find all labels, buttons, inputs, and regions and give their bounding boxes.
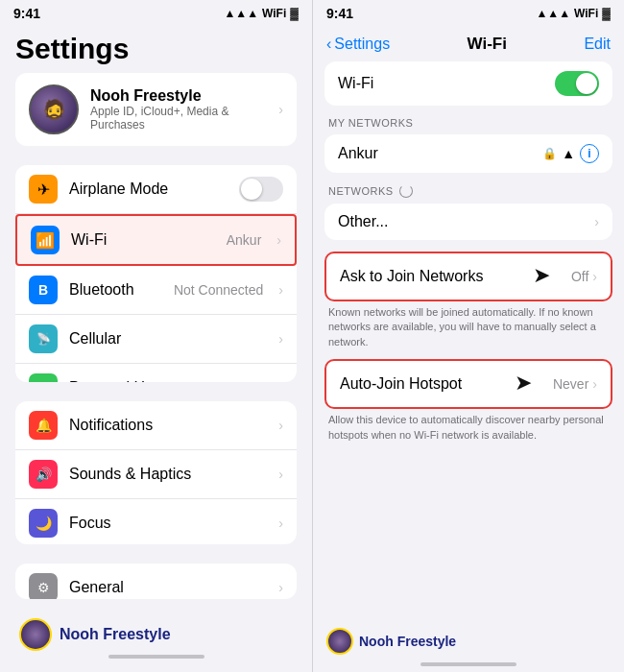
arrow-pointer2-icon: ➤ [515, 371, 549, 397]
back-button[interactable]: ‹ Settings [326, 36, 390, 53]
avatar: 🧔 [29, 84, 79, 134]
battery-icon: ▓ [290, 7, 299, 20]
edit-button[interactable]: Edit [584, 36, 611, 53]
airplane-icon: ✈ [29, 175, 58, 204]
watermark-avatar-right [326, 628, 353, 655]
bluetooth-label: Bluetooth [69, 281, 162, 299]
time-left: 9:41 [13, 6, 40, 21]
watermark-text-left: Nooh Freestyle [60, 626, 171, 643]
ask-to-join-label: Ask to Join Networks [340, 268, 533, 285]
wifi-status-icon: WiFi [262, 7, 286, 20]
wifi-main-label: Wi-Fi [338, 75, 373, 92]
status-icons-right: ▲▲▲ WiFi ▓ [536, 7, 611, 20]
sidebar-item-focus[interactable]: 🌙 Focus › [15, 499, 297, 544]
hotspot-label: Personal Hotspot [69, 379, 267, 382]
ask-to-join-row[interactable]: Ask to Join Networks ➤ Off › [324, 252, 612, 301]
network-ankur-row[interactable]: Ankur 🔒 ▲ i [324, 134, 612, 173]
airplane-toggle[interactable] [239, 177, 283, 202]
battery-icon-right: ▓ [602, 7, 611, 20]
chevron-other-icon: › [594, 214, 599, 229]
focus-icon: 🌙 [29, 509, 58, 538]
chevron-sounds-icon: › [278, 467, 283, 482]
wifi-status-icon-right: WiFi [574, 7, 598, 20]
networks-section: Other... › [324, 204, 612, 240]
chevron-auto-icon: › [592, 376, 597, 392]
chevron-focus-icon: › [278, 516, 283, 531]
watermark-text-right: Nooh Freestyle [359, 634, 456, 649]
chevron-hotspot-icon: › [278, 380, 283, 382]
sidebar-item-airplane-mode[interactable]: ✈ Airplane Mode [15, 165, 297, 214]
other-label: Other... [338, 213, 587, 230]
home-indicator-right [420, 662, 516, 666]
chevron-general-icon: › [278, 580, 283, 595]
notifications-icon: 🔔 [29, 411, 58, 440]
network-icons: 🔒 ▲ i [542, 144, 599, 163]
watermark-avatar-left [19, 618, 52, 651]
sidebar-item-notifications[interactable]: 🔔 Notifications › [15, 401, 297, 450]
networks-header: NETWORKS [313, 184, 624, 204]
signal-icon-right: ▲▲▲ [536, 7, 570, 20]
nav-title: Wi-Fi [468, 35, 507, 54]
general-icon: ⚙ [29, 573, 58, 599]
profile-row[interactable]: 🧔 Nooh Freestyle Apple ID, iCloud+, Medi… [15, 73, 297, 146]
chevron-wifi-icon: › [276, 232, 281, 248]
profile-name: Nooh Freestyle [90, 87, 267, 105]
focus-label: Focus [69, 515, 267, 532]
right-panel: 9:41 ▲▲▲ WiFi ▓ ‹ Settings Wi-Fi Edit Wi… [312, 0, 624, 672]
sounds-icon: 🔊 [29, 460, 58, 489]
chevron-cellular-icon: › [278, 331, 283, 347]
info-icon[interactable]: i [580, 144, 599, 163]
status-bar-left: 9:41 ▲▲▲ WiFi ▓ [0, 0, 312, 25]
wifi-label-left: Wi-Fi [71, 231, 215, 249]
bluetooth-value: Not Connected [174, 282, 263, 298]
auto-join-desc: Allow this device to automatically disco… [324, 413, 612, 443]
chevron-bluetooth-icon: › [278, 282, 283, 298]
ask-to-join-desc: Known networks will be joined automatica… [324, 305, 612, 349]
sidebar-item-bluetooth[interactable]: B Bluetooth Not Connected › [15, 266, 297, 315]
sidebar-item-general[interactable]: ⚙ General › [15, 564, 297, 599]
time-right: 9:41 [326, 6, 353, 21]
general-group: ⚙ General › [15, 564, 297, 599]
airplane-label: Airplane Mode [69, 180, 228, 198]
chevron-back-icon: ‹ [326, 36, 331, 53]
other-network-row[interactable]: Other... › [324, 204, 612, 240]
bluetooth-icon: B [29, 276, 58, 304]
sidebar-item-wifi[interactable]: 📶 Wi-Fi Ankur › [15, 214, 297, 266]
my-networks-section: Ankur 🔒 ▲ i [324, 134, 612, 173]
chevron-ask-icon: › [592, 269, 597, 284]
hotspot-icon: ⇡ [29, 373, 58, 382]
home-indicator-left [108, 655, 204, 659]
sidebar-item-personal-hotspot[interactable]: ⇡ Personal Hotspot › [15, 364, 297, 382]
connectivity-group: ✈ Airplane Mode 📶 Wi-Fi Ankur › B Blueto… [15, 165, 297, 382]
status-bar-right: 9:41 ▲▲▲ WiFi ▓ [313, 0, 624, 25]
general-label: General [69, 579, 267, 596]
wifi-strength-icon: ▲ [562, 146, 575, 161]
lock-icon: 🔒 [542, 147, 557, 160]
cellular-label: Cellular [69, 330, 267, 348]
nav-bar: ‹ Settings Wi-Fi Edit [313, 25, 624, 61]
profile-sub: Apple ID, iCloud+, Media & Purchases [90, 105, 267, 132]
auto-join-value: Never [553, 376, 588, 392]
watermark-right: Nooh Freestyle [313, 624, 624, 659]
my-networks-header: MY NETWORKS [313, 117, 624, 134]
notifications-label: Notifications [69, 417, 267, 434]
auto-join-row[interactable]: Auto-Join Hotspot ➤ Never › [324, 359, 612, 409]
arrow-pointer-icon: ➤ [533, 263, 567, 290]
sounds-label: Sounds & Haptics [69, 466, 267, 483]
back-label: Settings [334, 36, 390, 53]
wifi-toggle-switch[interactable] [555, 71, 599, 96]
signal-icon: ▲▲▲ [224, 7, 258, 20]
notifications-group: 🔔 Notifications › 🔊 Sounds & Haptics › 🌙… [15, 401, 297, 544]
ask-to-join-value: Off [571, 269, 588, 284]
settings-title: Settings [0, 25, 312, 73]
loading-spinner [399, 184, 413, 198]
wifi-toggle-row[interactable]: Wi-Fi [324, 61, 612, 106]
chevron-notifications-icon: › [278, 418, 283, 433]
sidebar-item-cellular[interactable]: 📡 Cellular › [15, 315, 297, 364]
status-icons-left: ▲▲▲ WiFi ▓ [224, 7, 299, 20]
wifi-value: Ankur [227, 232, 262, 248]
cellular-icon: 📡 [29, 324, 58, 353]
profile-info: Nooh Freestyle Apple ID, iCloud+, Media … [90, 87, 267, 132]
sidebar-item-sounds[interactable]: 🔊 Sounds & Haptics › [15, 450, 297, 499]
chevron-right-icon: › [278, 102, 283, 117]
